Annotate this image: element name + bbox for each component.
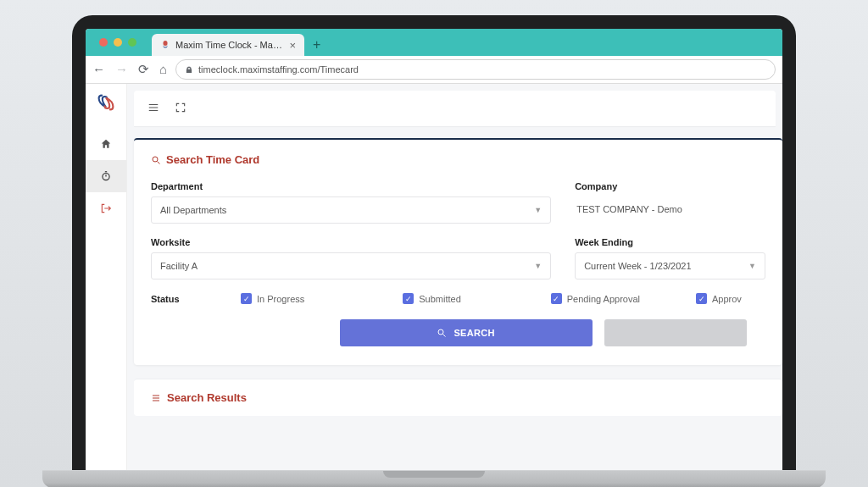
- company-select[interactable]: TEST COMPANY - Demo: [575, 196, 765, 222]
- week-ending-label: Week Ending: [575, 237, 765, 247]
- search-icon: [437, 328, 447, 338]
- back-icon[interactable]: ←: [92, 62, 105, 77]
- checkbox-icon: ✓: [403, 293, 414, 304]
- checkbox-icon: ✓: [696, 293, 707, 304]
- status-label: Status: [151, 294, 210, 304]
- results-panel: Search Results: [134, 379, 782, 416]
- search-panel: Search Time Card Department All Departme…: [134, 138, 782, 365]
- worksite-select[interactable]: Facility A ▼: [151, 252, 551, 279]
- maximize-window-icon[interactable]: [128, 38, 136, 47]
- checkbox-icon: ✓: [551, 293, 562, 304]
- window-controls: [92, 29, 143, 56]
- panel-title: Search Time Card: [151, 153, 765, 166]
- url-text: timeclock.maximstaffing.com/Timecard: [198, 64, 359, 75]
- tab-strip: Maxim Time Clock - Manage Ti × +: [86, 29, 782, 56]
- tab-favicon-icon: [160, 40, 170, 50]
- sidebar-logout-icon[interactable]: [86, 192, 126, 224]
- week-ending-select[interactable]: Current Week - 1/23/2021 ▼: [575, 252, 765, 279]
- svg-point-0: [103, 174, 109, 180]
- close-window-icon[interactable]: [99, 38, 108, 47]
- svg-line-6: [443, 335, 446, 337]
- menu-icon[interactable]: [147, 102, 159, 116]
- tab-title: Maxim Time Clock - Manage Ti: [175, 40, 284, 50]
- chevron-down-icon: ▼: [534, 206, 542, 214]
- browser-tab[interactable]: Maxim Time Clock - Manage Ti ×: [152, 34, 304, 56]
- topbar: [134, 91, 776, 126]
- sidebar-timecard-icon[interactable]: [86, 160, 126, 192]
- address-bar: ← → ⟳ ⌂ 🔒︎ timeclock.maximstaffing.com/T…: [86, 56, 782, 84]
- sidebar-home-icon[interactable]: [86, 128, 126, 160]
- checkbox-icon: ✓: [241, 293, 252, 304]
- svg-point-5: [438, 329, 443, 335]
- home-icon[interactable]: ⌂: [159, 62, 167, 77]
- company-label: Company: [575, 181, 765, 191]
- sidebar: [86, 84, 127, 473]
- svg-line-4: [158, 161, 160, 163]
- url-field[interactable]: 🔒︎ timeclock.maximstaffing.com/Timecard: [175, 59, 776, 80]
- fullscreen-icon[interactable]: [175, 102, 186, 116]
- lock-icon: 🔒︎: [185, 65, 193, 75]
- department-select[interactable]: All Departments ▼: [151, 196, 551, 224]
- status-checkbox-pending[interactable]: ✓ Pending Approval: [551, 293, 640, 304]
- chevron-down-icon: ▼: [534, 262, 542, 270]
- reload-icon[interactable]: ⟳: [138, 62, 149, 77]
- status-checkbox-inprogress[interactable]: ✓ In Progress: [241, 293, 304, 304]
- reset-button[interactable]: [604, 319, 747, 346]
- search-icon: [151, 155, 161, 165]
- results-title-text: Search Results: [167, 391, 247, 404]
- laptop-base: [42, 470, 826, 487]
- minimize-window-icon[interactable]: [114, 38, 122, 47]
- worksite-label: Worksite: [151, 237, 551, 247]
- forward-icon[interactable]: →: [115, 62, 128, 77]
- svg-point-3: [153, 157, 158, 162]
- chevron-down-icon: ▼: [748, 262, 756, 270]
- status-checkbox-approved[interactable]: ✓ Approv: [696, 293, 742, 304]
- logo-icon: [94, 91, 118, 118]
- search-button[interactable]: SEARCH: [340, 319, 593, 346]
- browser-chrome: Maxim Time Clock - Manage Ti × + ← → ⟳ ⌂…: [86, 29, 782, 84]
- new-tab-button[interactable]: +: [304, 34, 329, 56]
- status-checkbox-submitted[interactable]: ✓ Submitted: [403, 293, 461, 304]
- list-icon: [151, 393, 161, 403]
- svg-rect-1: [105, 171, 107, 172]
- department-label: Department: [151, 181, 551, 191]
- tab-close-icon[interactable]: ×: [289, 39, 296, 52]
